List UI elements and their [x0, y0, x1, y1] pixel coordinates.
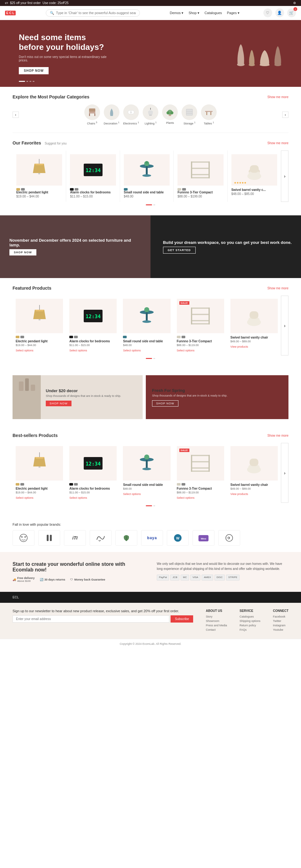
category-electronics[interactable]: Electronics 1: [123, 104, 139, 125]
brand-ecl[interactable]: [12, 530, 34, 546]
category-tables[interactable]: Tables 1: [201, 104, 217, 125]
promo-left-button[interactable]: SHOP NOW: [9, 249, 36, 255]
featured-next-button[interactable]: ›: [281, 296, 289, 355]
brand-woo[interactable]: Woo: [192, 530, 214, 546]
footer-youtube-link[interactable]: Youtube: [273, 628, 289, 631]
variant-dot[interactable]: [177, 336, 181, 338]
wishlist-icon[interactable]: ♡: [263, 8, 272, 17]
categories-section: Explore the Most Popular Categories Show…: [0, 87, 301, 133]
brand-iti[interactable]: iTI: [64, 530, 86, 546]
variant-dot[interactable]: [20, 336, 24, 338]
category-plants[interactable]: Plants: [162, 104, 178, 125]
variant-dot[interactable]: [16, 336, 20, 338]
category-lighting[interactable]: Lighting 1: [143, 104, 158, 125]
footer-catalogues-link[interactable]: Catalogues: [240, 615, 261, 618]
variant-dot[interactable]: [123, 336, 127, 338]
brand-leaf[interactable]: [115, 530, 137, 546]
newsletter-subscribe-button[interactable]: Subscribe: [171, 615, 193, 623]
footer-facebook-link[interactable]: Facebook: [273, 615, 289, 618]
brand-wp[interactable]: W: [167, 530, 189, 546]
category-storage[interactable]: Storage 1: [182, 104, 197, 125]
cart-icon[interactable]: 🛒 0: [287, 8, 296, 17]
footer-contact-link[interactable]: Contact: [206, 628, 227, 631]
dot-active[interactable]: [146, 358, 152, 359]
product-action[interactable]: Select options: [123, 349, 141, 352]
product-action[interactable]: Select options: [177, 496, 195, 499]
brand-bars[interactable]: [38, 530, 60, 546]
product-action[interactable]: Select options: [16, 496, 34, 499]
product-action[interactable]: Select options: [16, 349, 34, 352]
variant-dot[interactable]: [70, 188, 74, 191]
variant-dot[interactable]: [182, 336, 185, 338]
variant-dot[interactable]: [69, 483, 73, 486]
product-action[interactable]: Select options: [177, 349, 195, 352]
search-bar[interactable]: 🔍: [46, 9, 140, 17]
variant-dot[interactable]: [69, 336, 73, 338]
search-input[interactable]: [56, 11, 136, 15]
variant-dot[interactable]: [124, 188, 128, 191]
footer-shipping-link[interactable]: Shipping options: [240, 619, 261, 623]
dot-1[interactable]: [26, 81, 28, 82]
user-icon[interactable]: 👤: [275, 8, 284, 17]
dot-3[interactable]: [33, 81, 34, 82]
favorites-show-more[interactable]: Show me more: [267, 142, 289, 145]
variant-dot[interactable]: [182, 483, 185, 486]
product-image: 12:34: [69, 299, 117, 333]
dot-active[interactable]: [19, 81, 25, 82]
dot-active[interactable]: [146, 205, 152, 205]
variant-dot[interactable]: [177, 483, 181, 486]
cat-prev-button[interactable]: ‹: [12, 112, 19, 118]
dot-inactive[interactable]: [153, 358, 155, 359]
favorites-next-button[interactable]: ›: [281, 151, 289, 202]
variant-dot[interactable]: [177, 188, 181, 191]
promo2-right-button[interactable]: SHOP NOW: [152, 400, 178, 407]
product-action[interactable]: Select options: [69, 496, 87, 499]
bestsellers-show-more[interactable]: Show me more: [267, 434, 289, 437]
nav-pages[interactable]: Pages ▾: [227, 11, 240, 15]
brand-script[interactable]: [90, 530, 112, 546]
gear-icon[interactable]: ⚙: [293, 1, 296, 5]
variant-dot[interactable]: [74, 483, 78, 486]
dot-2[interactable]: [29, 81, 31, 82]
list-item: Electric pendant light $19.00 – $44.00 S…: [12, 296, 66, 355]
variant-dot[interactable]: [16, 188, 20, 191]
footer-returns-link[interactable]: Return policy: [240, 624, 261, 627]
product-price: $48.00: [123, 344, 170, 347]
logo[interactable]: E C L: [5, 11, 16, 16]
brand-baya[interactable]: baya: [141, 530, 163, 546]
brand-arrow[interactable]: [218, 530, 240, 546]
footer-story-link[interactable]: Story: [206, 615, 227, 618]
product-action[interactable]: Select options: [123, 493, 141, 496]
variant-dot[interactable]: [20, 483, 24, 486]
nav-catalogues[interactable]: Catalogues: [204, 11, 222, 15]
variant-dot[interactable]: [21, 188, 25, 191]
variant-dot[interactable]: [182, 188, 186, 191]
footer-press-link[interactable]: Press and Media: [206, 624, 227, 627]
footer-twitter-link[interactable]: Twitter: [273, 619, 289, 623]
product-action[interactable]: View products: [231, 493, 248, 496]
bestsellers-next-button[interactable]: ›: [281, 443, 289, 503]
hero-shop-button[interactable]: SHOP NOW: [19, 67, 49, 74]
footer-faqs-link[interactable]: FAQs: [240, 628, 261, 631]
categories-show-more[interactable]: Show me more: [267, 95, 289, 99]
category-chairs[interactable]: Chairs 5: [84, 104, 100, 125]
dot-inactive[interactable]: [153, 505, 155, 506]
product-action[interactable]: Select options: [69, 349, 87, 352]
footer-instagram-link[interactable]: Instagram: [273, 624, 289, 627]
variant-dot[interactable]: [74, 336, 78, 338]
cat-next-button[interactable]: ›: [282, 112, 289, 118]
variant-dot[interactable]: [16, 483, 20, 486]
footer-showroom-link[interactable]: Showroom: [206, 619, 227, 623]
product-price: $11.00 – $15.00: [69, 344, 117, 347]
product-action[interactable]: View products: [231, 345, 248, 348]
featured-show-more[interactable]: Show me more: [267, 286, 289, 290]
newsletter-email-input[interactable]: [12, 615, 169, 623]
dot-active[interactable]: [146, 505, 152, 506]
nav-demos[interactable]: Demos ▾: [170, 11, 183, 15]
category-decoration[interactable]: Decoration 1: [104, 104, 119, 125]
variant-dot[interactable]: [74, 188, 79, 191]
promo-right-button[interactable]: GET STARTED: [163, 247, 195, 254]
nav-shop[interactable]: Shop ▾: [188, 11, 200, 15]
dot-inactive[interactable]: [153, 205, 155, 205]
promo2-left-button[interactable]: SHOP NOW: [46, 401, 71, 406]
